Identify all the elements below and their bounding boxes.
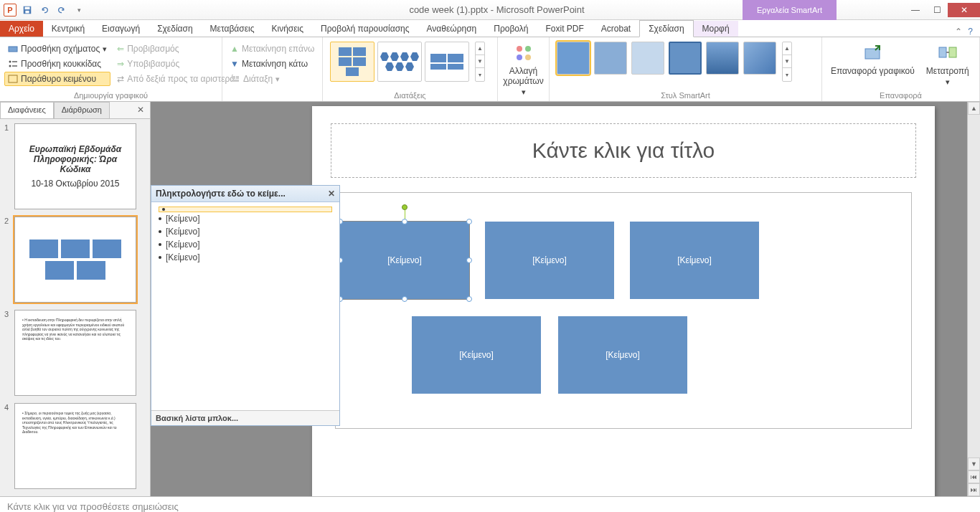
layout-button[interactable]: Διάταξη ▾ (227, 72, 318, 86)
layout-hexagon[interactable] (377, 42, 422, 82)
text-pane-item-3[interactable]: [Κείμενο] (159, 225, 332, 238)
smartart-text-pane: Πληκτρολογήστε εδώ το κείμε...✕ [Κείμενο… (151, 185, 340, 426)
layouts-scroll: ▲ ▼ ▾ (475, 42, 485, 82)
smartart-box-5[interactable]: [Κείμενο] (558, 316, 687, 394)
add-bullet-button[interactable]: Προσθήκη κουκκίδας (4, 57, 110, 71)
layouts-down-icon[interactable]: ▼ (476, 55, 484, 68)
svg-point-14 (525, 46, 531, 52)
qat-customize[interactable]: ▾ (72, 3, 86, 17)
text-pane-item-1[interactable] (159, 207, 332, 212)
slide-thumb-4[interactable]: 4 • Σήμερα, οι περισσότεροι τομείς της ζ… (4, 403, 146, 489)
ribbon-minimize-icon[interactable]: ⌃ (955, 27, 962, 37)
slide-thumb-3[interactable]: 3 • Η εκπαίδευση στην Πληροφορική δεν πε… (4, 310, 146, 396)
redo-button[interactable] (55, 3, 69, 17)
group-label-layouts: Διατάξεις (323, 91, 497, 100)
change-colors-button[interactable]: Αλλαγή χρωμάτων ▾ (502, 39, 545, 100)
app-icon[interactable]: P (3, 3, 17, 17)
tab-foxit[interactable]: Foxit PDF (537, 21, 592, 37)
smartart-graphic[interactable]: [Κείμενο] [Κείμενο] [Κείμενο] [Κείμενο] … (335, 192, 912, 429)
tab-smartart-design[interactable]: Σχεδίαση (639, 20, 693, 37)
tab-transitions[interactable]: Μεταβάσεις (202, 21, 263, 37)
help-icon[interactable]: ? (968, 27, 973, 37)
demote-button[interactable]: ⇒Υποβιβασμός (113, 57, 238, 71)
tab-view[interactable]: Προβολή (485, 21, 537, 37)
tab-slideshow[interactable]: Προβολή παρουσίασης (312, 21, 418, 37)
smartart-box-3[interactable]: [Κείμενο] (630, 222, 759, 299)
svg-rect-3 (9, 47, 17, 52)
group-label-reset: Επαναφορά (822, 91, 979, 100)
maximize-button[interactable]: ☐ (926, 3, 948, 17)
svg-rect-7 (12, 65, 17, 67)
undo-button[interactable] (37, 3, 52, 17)
svg-rect-17 (865, 49, 880, 59)
panel-tab-outline[interactable]: Διάρθρωση (54, 102, 110, 118)
style-3[interactable] (631, 42, 664, 75)
tab-home[interactable]: Κεντρική (43, 21, 93, 37)
tab-file[interactable]: Αρχείο (0, 21, 43, 37)
notes-pane[interactable]: Κάντε κλικ για να προσθέσετε σημειώσεις (0, 496, 980, 512)
slide-thumb-2[interactable]: 2 (4, 217, 146, 303)
vertical-scrollbar[interactable]: ▲ ▼ ⏮ ⏭ (967, 102, 980, 496)
move-down-button[interactable]: ▼Μετακίνηση κάτω (227, 57, 318, 71)
style-4[interactable] (669, 42, 702, 75)
style-5[interactable] (706, 42, 739, 75)
move-up-button[interactable]: ▲Μετακίνηση επάνω (227, 42, 318, 56)
styles-down-icon[interactable]: ▼ (783, 55, 791, 68)
slide-canvas[interactable]: Πληκτρολογήστε εδώ το κείμε...✕ [Κείμενο… (151, 102, 967, 496)
svg-rect-11 (236, 76, 239, 79)
tab-insert[interactable]: Εισαγωγή (93, 21, 149, 37)
ribbon: Προσθήκη σχήματος ▾ Προσθήκη κουκκίδας Π… (0, 37, 980, 102)
minimize-button[interactable]: — (905, 3, 926, 17)
rtl-button[interactable]: ⇄Από δεξιά προς τα αριστερά (113, 72, 238, 86)
smartart-box-1[interactable]: [Κείμενο] (340, 222, 469, 299)
text-pane-button[interactable]: Παράθυρο κειμένου (4, 72, 110, 86)
svg-rect-10 (232, 76, 235, 79)
slide-editor[interactable]: Κάντε κλικ για τίτλο [Κείμενο] [Κείμενο]… (312, 106, 935, 496)
slide-thumb-1[interactable]: 1 Ευρωπαϊκή Εβδομάδα Πληροφορικής: Ώρα Κ… (4, 123, 146, 209)
styles-more-icon[interactable]: ▾ (783, 68, 791, 81)
scroll-up-icon[interactable]: ▲ (968, 102, 980, 115)
style-6[interactable] (743, 42, 776, 75)
svg-point-6 (9, 65, 11, 67)
smartart-tools-label: Εργαλεία SmartArt (743, 0, 837, 20)
style-1[interactable] (557, 42, 590, 75)
tab-design[interactable]: Σχεδίαση (149, 21, 201, 37)
tab-smartart-format[interactable]: Μορφή (694, 21, 738, 37)
title-placeholder[interactable]: Κάντε κλικ για τίτλο (331, 123, 916, 178)
smartart-box-2[interactable]: [Κείμενο] (485, 222, 614, 299)
styles-up-icon[interactable]: ▲ (783, 42, 791, 55)
save-button[interactable] (20, 3, 34, 17)
svg-rect-19 (949, 47, 956, 57)
svg-point-13 (517, 46, 522, 52)
add-shape-button[interactable]: Προσθήκη σχήματος ▾ (4, 42, 110, 56)
close-button[interactable]: ✕ (948, 3, 980, 17)
styles-scroll: ▲ ▼ ▾ (782, 42, 792, 82)
svg-point-16 (525, 54, 531, 60)
svg-rect-1 (25, 6, 30, 9)
convert-button[interactable]: Μετατροπή ▾ (922, 39, 974, 90)
scroll-down-icon[interactable]: ▼ (968, 458, 980, 470)
promote-button[interactable]: ⇐Προβιβασμός (113, 42, 238, 56)
next-slide-icon[interactable]: ⏭ (968, 483, 980, 496)
reset-graphic-button[interactable]: Επαναφορά γραφικού (826, 39, 919, 79)
svg-point-4 (9, 61, 11, 63)
tab-acrobat[interactable]: Acrobat (593, 21, 639, 37)
text-pane-close-icon[interactable]: ✕ (328, 189, 335, 199)
svg-rect-9 (9, 77, 13, 81)
layouts-up-icon[interactable]: ▲ (476, 42, 484, 55)
group-label-create: Δημιουργία γραφικού (0, 91, 222, 100)
prev-slide-icon[interactable]: ⏮ (968, 470, 980, 483)
panel-tab-slides[interactable]: Διαφάνειες (0, 102, 54, 118)
layout-basic-block[interactable] (330, 42, 374, 82)
tab-review[interactable]: Αναθεώρηση (418, 21, 486, 37)
tab-animations[interactable]: Κινήσεις (263, 21, 313, 37)
style-2[interactable] (594, 42, 627, 75)
svg-rect-18 (939, 47, 946, 57)
layout-picture-list[interactable] (425, 42, 469, 82)
layouts-more-icon[interactable]: ▾ (476, 68, 484, 81)
panel-close-icon[interactable]: ✕ (131, 102, 150, 118)
text-pane-item-4[interactable]: [Κείμενο] (159, 238, 332, 251)
text-pane-item-5[interactable]: [Κείμενο] (159, 251, 332, 264)
text-pane-item-2[interactable]: [Κείμενο] (159, 212, 332, 225)
smartart-box-4[interactable]: [Κείμενο] (412, 316, 541, 394)
